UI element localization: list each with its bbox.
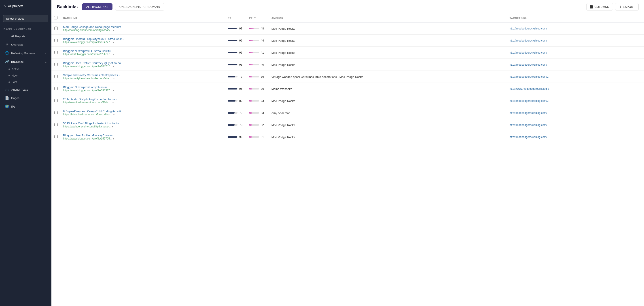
dropdown-arrow-icon[interactable]: ▾ [112, 101, 114, 104]
dropdown-arrow-icon[interactable]: ▾ [113, 29, 114, 31]
chevron-down-icon: ▾ [45, 52, 46, 55]
backlink-url: https://www.blogger.com/profile/090317..… [63, 89, 144, 92]
pt-cell: 48 [246, 22, 269, 35]
tab-one-per-domain[interactable]: ONE BACKLINK PER DOMAIN [115, 3, 164, 10]
anchor-cell: Meine Webseite [269, 83, 507, 95]
sidebar-item-anchor-texts[interactable]: ⚓ Anchor Texts [1, 85, 50, 94]
dt-score: 96 [228, 39, 244, 42]
backlink-cell: Blogger: Nutzerprofil: amybluestar https… [60, 83, 225, 95]
header-dt[interactable]: DT [225, 14, 246, 22]
target-url-link[interactable]: http://modpodgerocksblog.com/ [510, 136, 577, 139]
row-checkbox[interactable] [54, 87, 58, 90]
chevron-up-icon: ▴ [45, 60, 46, 63]
target-url-link[interactable]: http://modpodgerocksblog.com/2 [510, 75, 577, 78]
anchor-cell: Mod Podge Rocks [269, 22, 507, 35]
dropdown-arrow-icon[interactable]: ▾ [113, 53, 114, 56]
dropdown-arrow-icon[interactable]: ▾ [112, 126, 113, 128]
backlink-title-link[interactable]: Blogger: Профіль користувача: E Strea Ch… [63, 37, 144, 41]
pt-bar-wrap [249, 28, 259, 29]
backlink-title-link[interactable]: Blogger: Nutzerprofil: amybluestar [63, 85, 144, 89]
sidebar-sub-active[interactable]: Active [0, 66, 52, 72]
backlink-title-link[interactable]: 20 fantastic DIY photo gifts perfect for… [63, 98, 144, 101]
backlink-url-text: https://asubtlerevelry.com/fifty-kickass… [63, 125, 111, 128]
dropdown-arrow-icon[interactable]: ▾ [113, 113, 114, 116]
columns-button[interactable]: COLUMNS [586, 3, 613, 10]
target-url-link[interactable]: http://modpodgerocksblog.com/ [510, 111, 577, 115]
pt-score: 31 [249, 135, 266, 139]
pt-bar-wrap [249, 112, 259, 114]
sidebar-header[interactable]: ⌂ All projects [0, 0, 52, 12]
target-url-link[interactable]: http://modpodgerocksblog.com/2 [510, 99, 577, 102]
target-url-link[interactable]: http://modpodgerocksblog.com/ [510, 27, 577, 30]
pt-bar [249, 112, 252, 114]
dropdown-arrow-icon[interactable]: ▾ [113, 41, 114, 43]
sidebar-item-all-reports[interactable]: ☰ All Reports [1, 32, 50, 40]
sidebar-item-referring-domains[interactable]: 🌐 Referring Domains ▾ [1, 49, 50, 57]
pt-score: 32 [249, 123, 266, 127]
dt-bar [228, 76, 235, 77]
top-bar-right: COLUMNS ⬇ EXPORT [586, 3, 639, 10]
sidebar-item-backlinks[interactable]: 🔗 Backlinks ▴ [1, 58, 50, 66]
dt-bar-wrap [228, 28, 238, 29]
row-checkbox[interactable] [54, 26, 58, 30]
project-select-wrapper[interactable]: Select project [3, 15, 48, 22]
target-url-link[interactable]: http://www.modpodgerocksblog.c [510, 87, 577, 90]
backlink-title-link[interactable]: Simple and Pretty Christmas Centrepieces… [63, 73, 144, 77]
pt-value: 33 [261, 99, 265, 102]
pt-bar-wrap [249, 88, 259, 90]
target-url-link[interactable]: http://modpodgerocksblog.com/ [510, 51, 577, 54]
dt-score: 96 [228, 87, 244, 90]
anchor-text-value: Meine Webseite [272, 87, 292, 91]
backlink-url-text: https://www.blogger.com/profile/157705..… [63, 137, 112, 140]
header-pt[interactable]: PT ▾ [246, 14, 269, 22]
row-checkbox[interactable] [54, 135, 58, 138]
anchor-cell: Vintage wooden spool Christmas table dec… [269, 71, 507, 83]
project-select-input[interactable]: Select project [3, 15, 48, 22]
backlink-cell: Mod Podge Collage and Decoupage Medium h… [60, 22, 225, 35]
pt-value: 31 [261, 135, 265, 139]
dt-bar-wrap [228, 124, 238, 126]
backlink-title-link[interactable]: 8 Super-Easy and Crazy-FUN Coding Activi… [63, 110, 144, 113]
sidebar-sub-new[interactable]: New [0, 72, 52, 79]
dt-cell: 72 [225, 107, 246, 119]
anchor-icon: ⚓ [5, 88, 9, 92]
sidebar-sub-lost[interactable]: Lost [0, 79, 52, 85]
row-checkbox[interactable] [54, 63, 58, 66]
dropdown-arrow-icon[interactable]: ▾ [113, 89, 114, 92]
backlink-cell: Simple and Pretty Christmas Centrepieces… [60, 71, 225, 83]
dropdown-arrow-icon[interactable]: ▾ [113, 138, 114, 140]
table-row: Blogger: User Profile: Courtney @ {not s… [52, 59, 644, 71]
dt-bar [228, 64, 237, 65]
page-title: Backlinks [57, 4, 78, 9]
dropdown-arrow-icon[interactable]: ▾ [113, 77, 114, 80]
backlink-title-link[interactable]: Blogger: User Profile: Courtney @ {not s… [63, 61, 144, 65]
backlink-title-link[interactable]: 50 Kickass Craft Blogs for Instant Inspi… [63, 122, 144, 125]
backlink-cell: Blogger: User Profile: MissKayCreates ht… [60, 131, 225, 143]
target-url-link[interactable]: http://modpodgerocksblog.com/ [510, 39, 577, 42]
row-checkbox[interactable] [54, 111, 58, 114]
dt-score: 96 [228, 51, 244, 54]
pt-bar-wrap [249, 40, 259, 41]
backlink-title-link[interactable]: Mod Podge Collage and Decoupage Medium [63, 25, 144, 28]
row-checkbox[interactable] [54, 123, 58, 126]
backlink-url: https://b-inspiredmama.com/fun-coding-..… [63, 113, 144, 116]
select-all-checkbox[interactable] [54, 16, 58, 19]
pt-value: 36 [261, 87, 265, 90]
sidebar-item-overview[interactable]: ◎ Overview [1, 41, 50, 49]
backlink-title-link[interactable]: Blogger: User Profile: MissKayCreates [63, 134, 144, 137]
row-checkbox[interactable] [54, 39, 58, 42]
backlink-title-link[interactable]: Blogger: Nutzerprofil: E Strea Chikitu [63, 49, 144, 53]
row-checkbox[interactable] [54, 51, 58, 54]
row-checkbox-cell [52, 119, 60, 131]
export-button[interactable]: ⬇ EXPORT [615, 3, 639, 10]
sidebar-item-pages[interactable]: 📄 Pages [1, 94, 50, 102]
target-url-link[interactable]: http://modpodgerocksblog.com/ [510, 63, 577, 66]
dt-bar-wrap [228, 136, 238, 138]
row-checkbox[interactable] [54, 75, 58, 78]
target-url-link[interactable]: http://modpodgerocksblog.com/ [510, 124, 577, 127]
sidebar: ⌂ All projects Select project BACKLINK C… [0, 0, 52, 306]
sidebar-item-ips[interactable]: 🌍 IPs [1, 102, 50, 111]
tab-all-backlinks[interactable]: ALL BACKLINKS [82, 3, 112, 10]
dropdown-arrow-icon[interactable]: ▾ [113, 65, 114, 68]
row-checkbox[interactable] [54, 99, 58, 102]
